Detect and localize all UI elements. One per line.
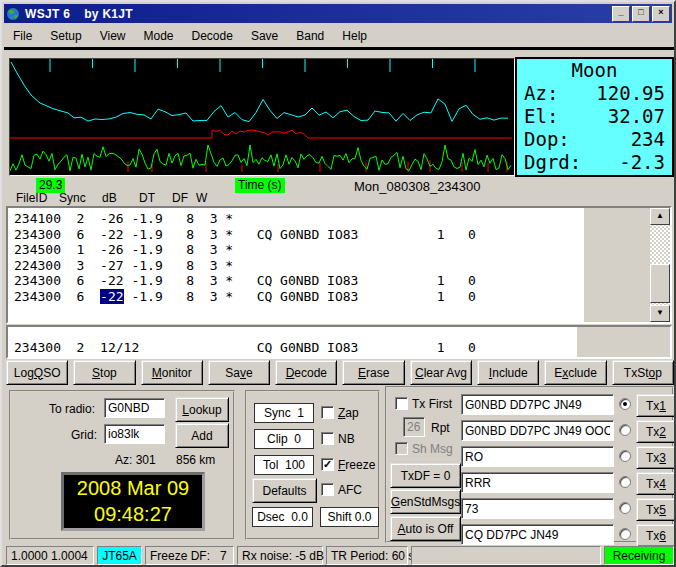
- zap-checkbox[interactable]: [321, 406, 334, 419]
- decode-row[interactable]: 234100 2 -26 -1.9 8 3 *: [8, 211, 670, 227]
- decode-row[interactable]: 224300 3 -27 -1.9 8 3 *: [8, 258, 670, 274]
- spectrum-plot[interactable]: [9, 58, 515, 176]
- tx-first-checkbox[interactable]: [395, 397, 408, 410]
- status-segment-jt65a: JT65A: [97, 546, 142, 565]
- include-button[interactable]: Include: [477, 360, 539, 385]
- tx-message-2-input[interactable]: [461, 420, 614, 441]
- nb-checkbox[interactable]: [321, 432, 334, 445]
- selected-db-cell[interactable]: -22: [100, 289, 123, 304]
- menu-separator: [4, 47, 676, 50]
- tx-message-6-radio[interactable]: [619, 528, 631, 540]
- tx4-button[interactable]: Tx4: [636, 472, 676, 495]
- tx6-button[interactable]: Tx6: [636, 524, 676, 547]
- defaults-button[interactable]: Defaults: [252, 478, 317, 503]
- tx-message-2-radio[interactable]: [619, 424, 631, 436]
- rpt-value-box[interactable]: 26: [403, 417, 425, 437]
- erase-button[interactable]: Erase: [342, 360, 404, 385]
- exclude-button[interactable]: Exclude: [544, 360, 606, 385]
- decode-col-dt: DT: [139, 191, 155, 205]
- menu-item-decode[interactable]: Decode: [183, 27, 242, 45]
- average-gray-filler: [577, 327, 670, 357]
- status-segment-rx-noise: Rx noise: -5 dB: [237, 546, 323, 565]
- status-segment-tr-period: TR Period: 60 s: [326, 546, 408, 565]
- moon-row-label: Dop:: [524, 128, 570, 151]
- dsec-control[interactable]: Dsec 0.0: [252, 507, 313, 527]
- menu-item-save[interactable]: Save: [242, 27, 287, 45]
- moon-row-dgrd: Dgrd:-2.3: [517, 151, 672, 174]
- log-qso-button[interactable]: Log QSO: [6, 360, 68, 385]
- scroll-thumb[interactable]: [650, 264, 670, 303]
- sh-msg-label: Sh Msg: [412, 442, 453, 456]
- afc-checkbox[interactable]: [321, 483, 334, 496]
- decode-col-w: W: [196, 191, 207, 205]
- lookup-button[interactable]: Lookup: [175, 397, 229, 422]
- decode-row[interactable]: 234300 6 -22 -1.9 8 3 * CQ G0NBD IO83 1 …: [8, 227, 670, 243]
- spectrum-traces: [10, 59, 512, 173]
- tx3-button[interactable]: Tx3: [636, 446, 676, 469]
- decode-scrollbar[interactable]: ▲ ▼: [650, 208, 670, 322]
- sync-control[interactable]: Sync 1: [254, 403, 314, 423]
- decode-col-fileid: FileID: [16, 191, 47, 205]
- tx-message-4-radio[interactable]: [619, 476, 631, 488]
- menu-item-help[interactable]: Help: [333, 27, 376, 45]
- monitor-button[interactable]: Monitor: [141, 360, 203, 385]
- minimize-button[interactable]: _: [612, 6, 630, 22]
- grid-label: Grid:: [71, 428, 97, 442]
- close-button[interactable]: ×: [652, 6, 670, 22]
- auto-button[interactable]: Auto is Off: [390, 516, 461, 541]
- grid-input[interactable]: [104, 424, 165, 444]
- clock-date: 2008 Mar 09: [64, 475, 202, 501]
- menu-item-setup[interactable]: Setup: [41, 27, 90, 45]
- status-segment-receiving: Receiving: [604, 546, 674, 565]
- decode-button[interactable]: Decode: [275, 360, 337, 385]
- to-radio-input[interactable]: [104, 398, 165, 418]
- menu-item-file[interactable]: File: [4, 27, 41, 45]
- tx-message-3-radio[interactable]: [619, 450, 631, 462]
- save-button[interactable]: Save: [208, 360, 270, 385]
- sh-msg-checkbox[interactable]: [395, 442, 408, 455]
- txstop-button[interactable]: TxStop: [612, 360, 674, 385]
- decode-row[interactable]: 234300 6 -22 -1.9 8 3 * CQ G0NBD IO83 1 …: [8, 289, 670, 305]
- tx-group: Tx First 26 Rpt Sh Msg TxDF = 0 GenStdMs…: [385, 386, 674, 543]
- window-controls: _□×: [612, 6, 670, 22]
- scroll-up-icon[interactable]: ▲: [650, 208, 670, 225]
- stop-button[interactable]: Stop: [73, 360, 135, 385]
- status-segment-spacer: [411, 546, 601, 565]
- tx-message-1-radio[interactable]: [619, 398, 631, 410]
- scroll-down-icon[interactable]: ▼: [650, 305, 670, 322]
- menu-item-mode[interactable]: Mode: [135, 27, 183, 45]
- clear-avg-button[interactable]: Clear Avg: [410, 360, 472, 385]
- tx-message-4-input[interactable]: [461, 472, 614, 493]
- station-group: To radio: Lookup Grid: Add Az: 301 856 k…: [9, 390, 235, 540]
- decode-row[interactable]: 234500 1 -26 -1.9 8 3 *: [8, 242, 670, 258]
- tx5-button[interactable]: Tx5: [636, 498, 676, 521]
- moon-row-label: Dgrd:: [524, 151, 581, 174]
- decode-text-area[interactable]: 234100 2 -26 -1.9 8 3 *234300 6 -22 -1.9…: [6, 206, 672, 324]
- gen-std-msgs-button[interactable]: GenStdMsgs: [390, 489, 461, 514]
- decode-col-db: dB: [102, 191, 117, 205]
- txdf-button[interactable]: TxDF = 0: [390, 463, 461, 488]
- tx-message-5-input[interactable]: [461, 498, 614, 519]
- freeze-checkbox[interactable]: ✓: [321, 458, 334, 471]
- tx-message-5-radio[interactable]: [619, 502, 631, 514]
- tx2-button[interactable]: Tx2: [636, 420, 676, 443]
- tx-message-6-input[interactable]: [461, 524, 614, 545]
- decode-row[interactable]: 234300 6 -22 -1.9 8 3 * CQ G0NBD IO83 1 …: [8, 273, 670, 289]
- moon-row-label: Az:: [524, 82, 558, 105]
- menu-item-band[interactable]: Band: [287, 27, 333, 45]
- decode-column-headers: FileIDSyncdBDTDFW: [2, 191, 676, 205]
- freeze-label: Freeze: [338, 458, 375, 472]
- tol-control[interactable]: Tol 100: [254, 455, 314, 475]
- moon-row-el: El:32.07: [517, 105, 672, 128]
- average-text-area[interactable]: 234300 2 12/12 CQ G0NBD IO83 1 0: [6, 325, 672, 359]
- shift-control[interactable]: Shift 0.0: [320, 507, 379, 527]
- tx-message-3-input[interactable]: [461, 446, 614, 467]
- maximize-button[interactable]: □: [632, 6, 650, 22]
- params-group: Sync 1 Clip 0 Tol 100 Defaults Dsec 0.0 …: [245, 390, 380, 540]
- afc-label: AFC: [338, 483, 362, 497]
- tx-message-1-input[interactable]: [461, 394, 614, 415]
- clip-control[interactable]: Clip 0: [254, 429, 314, 449]
- menu-item-view[interactable]: View: [91, 27, 135, 45]
- tx1-button[interactable]: Tx1: [636, 394, 676, 417]
- add-button[interactable]: Add: [175, 423, 229, 448]
